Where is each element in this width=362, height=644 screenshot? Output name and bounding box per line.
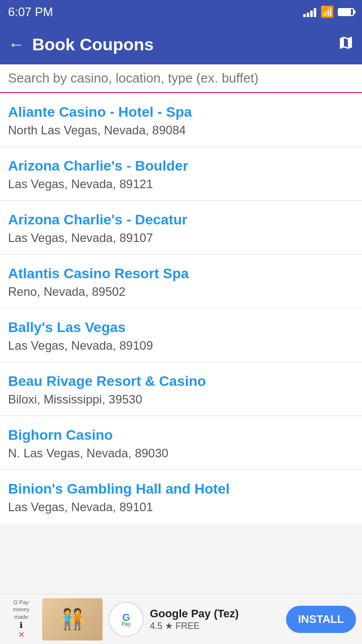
battery-icon (338, 8, 354, 16)
casino-list-item[interactable]: Arizona Charlie's - Decatur Las Vegas, N… (0, 201, 362, 255)
casino-name: Atlantis Casino Resort Spa (8, 266, 354, 282)
casino-address: N. Las Vegas, Nevada, 89030 (8, 446, 354, 460)
casino-address: Biloxi, Mississippi, 39530 (8, 392, 354, 407)
status-bar: 6:07 PM 📶 (0, 0, 362, 24)
casino-address: Las Vegas, Nevada, 89107 (8, 231, 354, 245)
casino-list-item[interactable]: Aliante Casino - Hotel - Spa North Las V… (0, 93, 362, 147)
casino-list-item[interactable]: Arizona Charlie's - Boulder Las Vegas, N… (0, 147, 362, 201)
casino-address: North Las Vegas, Nevada, 89084 (8, 123, 354, 137)
casino-name: Arizona Charlie's - Decatur (8, 212, 354, 228)
ad-rating: 4.5 ★ FREE (150, 620, 280, 631)
search-input[interactable] (8, 70, 354, 86)
status-icons: 📶 (303, 6, 354, 19)
search-container (0, 64, 362, 93)
casino-list-item[interactable]: Atlantis Casino Resort Spa Reno, Nevada,… (0, 255, 362, 308)
status-time: 6:07 PM (8, 5, 53, 19)
casino-name: Aliante Casino - Hotel - Spa (8, 104, 354, 120)
install-button[interactable]: INSTALL (286, 606, 356, 633)
back-button[interactable]: ← (8, 36, 24, 52)
casino-list-item[interactable]: Beau Rivage Resort & Casino Biloxi, Miss… (0, 362, 362, 416)
app-bar: ← Book Coupons (0, 24, 362, 64)
gpay-logo: G Pay (109, 602, 144, 637)
ad-text-block: Google Pay (Tez) 4.5 ★ FREE (150, 607, 280, 631)
ad-image: 🧑‍🤝‍🧑 (42, 598, 103, 640)
ad-banner: G Paymoney made ℹ ✕ 🧑‍🤝‍🧑 G Pay Google P… (0, 594, 362, 644)
ad-title: Google Pay (Tez) (150, 607, 280, 620)
casino-list-item[interactable]: Bighorn Casino N. Las Vegas, Nevada, 890… (0, 416, 362, 470)
svg-text:Pay: Pay (122, 621, 131, 626)
casino-name: Binion's Gambling Hall and Hotel (8, 481, 354, 497)
casino-address: Las Vegas, Nevada, 89109 (8, 339, 354, 353)
wifi-icon: 📶 (320, 6, 334, 19)
casino-list-item[interactable]: Binion's Gambling Hall and Hotel Las Veg… (0, 470, 362, 523)
casino-address: Las Vegas, Nevada, 89101 (8, 500, 354, 514)
casino-name: Beau Rivage Resort & Casino (8, 373, 354, 389)
map-icon (338, 35, 354, 51)
casino-address: Las Vegas, Nevada, 89121 (8, 177, 354, 191)
casino-list-item[interactable]: Bally's Las Vegas Las Vegas, Nevada, 891… (0, 308, 362, 362)
casino-address: Reno, Nevada, 89502 (8, 285, 354, 299)
casino-name: Bighorn Casino (8, 427, 354, 443)
page-title: Book Coupons (32, 35, 338, 54)
casino-list: Aliante Casino - Hotel - Spa North Las V… (0, 93, 362, 523)
gpay-small-logo: G Paymoney made ℹ ✕ (6, 599, 36, 639)
signal-icon (303, 7, 316, 17)
map-button[interactable] (338, 35, 354, 54)
casino-name: Bally's Las Vegas (8, 319, 354, 336)
casino-name: Arizona Charlie's - Boulder (8, 158, 354, 174)
